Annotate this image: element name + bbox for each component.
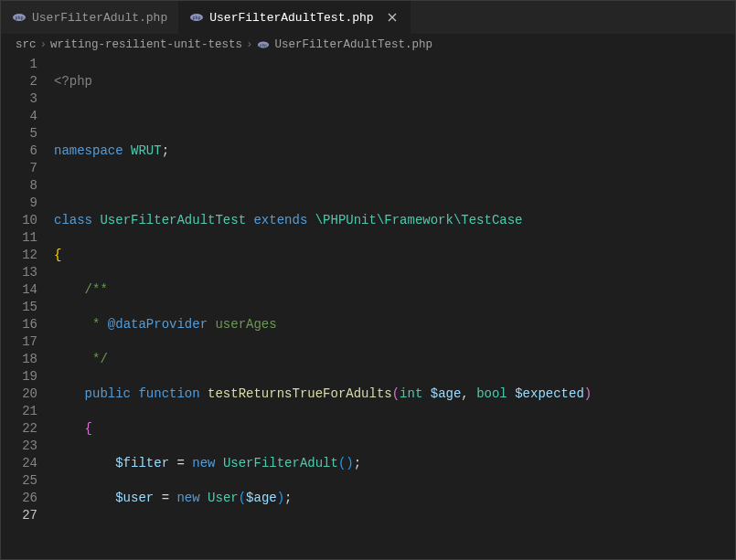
line-number: 18 (1, 351, 37, 368)
crumb-src[interactable]: src (16, 38, 37, 51)
line-number: 23 (1, 438, 37, 455)
code-editor[interactable]: 1234567891011121314151617181920212223242… (1, 56, 735, 559)
line-number: 5 (1, 125, 37, 143)
line-number: 4 (1, 108, 37, 125)
line-number: 6 (1, 143, 37, 160)
crumb-file[interactable]: UserFilterAdultTest.php (275, 38, 433, 51)
line-number: 17 (1, 333, 37, 351)
code-content[interactable]: <?php namespace WRUT; class UserFilterAd… (54, 56, 735, 559)
svg-text:php: php (260, 43, 267, 48)
tab-label: UserFilterAdult.php (32, 11, 167, 25)
line-number: 11 (1, 229, 37, 247)
tab-label: UserFilterAdultTest.php (209, 11, 373, 25)
tab-bar: php UserFilterAdult.php php UserFilterAd… (1, 1, 735, 34)
php-icon: php (12, 10, 27, 25)
line-number: 25 (1, 472, 37, 490)
close-icon[interactable] (385, 10, 400, 25)
breadcrumb[interactable]: src › writing-resilient-unit-tests › php… (1, 34, 735, 56)
line-number: 15 (1, 299, 37, 316)
line-number: 10 (1, 212, 37, 229)
svg-text:php: php (15, 15, 23, 21)
line-number: 26 (1, 490, 37, 507)
php-icon: php (189, 10, 204, 25)
chevron-right-icon: › (40, 38, 48, 51)
line-number: 1 (1, 56, 37, 73)
tab-userfilteradulttest[interactable]: php UserFilterAdultTest.php (178, 1, 410, 34)
php-open-tag: <?php (54, 74, 92, 89)
svg-text:php: php (193, 15, 201, 21)
line-number: 3 (1, 90, 37, 108)
line-number: 27 (1, 507, 37, 524)
line-number: 7 (1, 160, 37, 177)
line-number: 2 (1, 73, 37, 90)
line-number: 12 (1, 247, 37, 264)
line-number: 20 (1, 386, 37, 403)
line-number: 9 (1, 195, 37, 212)
tab-userfilteradult[interactable]: php UserFilterAdult.php (1, 1, 178, 34)
line-number: 22 (1, 420, 37, 438)
line-number: 14 (1, 281, 37, 299)
crumb-folder[interactable]: writing-resilient-unit-tests (50, 38, 242, 51)
line-number: 19 (1, 368, 37, 386)
line-number: 13 (1, 264, 37, 281)
chevron-right-icon: › (246, 38, 253, 51)
line-number: 8 (1, 177, 37, 195)
line-number: 24 (1, 455, 37, 472)
php-icon: php (257, 38, 270, 51)
line-number: 16 (1, 316, 37, 333)
line-number: 21 (1, 403, 37, 420)
line-number-gutter: 1234567891011121314151617181920212223242… (1, 56, 54, 559)
